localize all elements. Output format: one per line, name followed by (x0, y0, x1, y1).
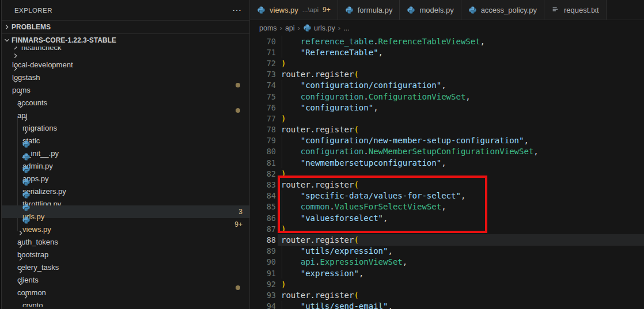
code-line-content: ) (276, 224, 286, 234)
line-number: 94 (250, 302, 276, 309)
tab-formula-py[interactable]: formula.py (338, 0, 400, 20)
line-number: 72 (250, 59, 276, 68)
explorer-sections: PROBLEMSFINMARS-CORE-1.22.3-STABLE (0, 20, 249, 47)
python-icon (257, 5, 266, 14)
code-token: router.register (281, 125, 354, 134)
code-token: , (461, 191, 465, 200)
code-line-76[interactable]: 76 "configuration", (250, 102, 644, 113)
python-icon (21, 190, 31, 200)
window-edge (0, 0, 2, 309)
code-token (281, 92, 301, 101)
code-line-88[interactable]: 88router.register( (250, 234, 644, 245)
code-line-70[interactable]: 70 reference_table.ReferenceTableViewSet… (250, 36, 644, 47)
code-token: router.register (281, 235, 354, 245)
code-token: , (441, 202, 446, 211)
chevron-right-icon (21, 115, 31, 124)
code-line-71[interactable]: 71 "ReferenceTable", (250, 47, 644, 58)
section-problems[interactable]: PROBLEMS (0, 20, 249, 33)
tab-views-py[interactable]: views.py...\api9+ (250, 0, 338, 20)
chevron-right-icon (21, 127, 31, 136)
python-icon (21, 165, 31, 174)
breadcrumb: poms›api›urls.py›... (250, 20, 644, 36)
sidebar-item-crypto[interactable]: crypto (0, 294, 249, 307)
breadcrumb-item--[interactable]: ... (343, 24, 349, 32)
code-token: "utils/send-email" (301, 302, 388, 309)
code-line-content: api.ExpressionViewSet, (276, 257, 407, 266)
code-line-77[interactable]: 77) (250, 113, 644, 124)
section-label: PROBLEMS (12, 23, 51, 31)
git-modified-dot-icon (236, 285, 240, 290)
code-token: . (363, 147, 368, 156)
tree-item-label: crypto (22, 301, 43, 307)
code-line-content: ) (276, 114, 286, 123)
code-line-87[interactable]: 87) (250, 223, 644, 234)
chevron-right-icon (16, 241, 25, 250)
code-line-72[interactable]: 72) (250, 58, 644, 68)
breadcrumb-separator: › (298, 24, 300, 32)
breadcrumb-item-api[interactable]: api (285, 24, 295, 32)
code-line-78[interactable]: 78router.register( (250, 124, 644, 135)
code-editor[interactable]: 70 reference_table.ReferenceTableViewSet… (250, 36, 644, 309)
code-line-82[interactable]: 82) (250, 168, 644, 179)
line-number: 83 (250, 180, 276, 189)
breadcrumb-item-poms[interactable]: poms (259, 24, 277, 32)
indent-guide (282, 47, 282, 58)
code-line-89[interactable]: 89 "utils/expression", (250, 246, 644, 257)
code-line-94[interactable]: 94 "utils/send-email", (250, 301, 644, 309)
code-token: "expression" (301, 269, 359, 278)
code-line-93[interactable]: 93router.register( (250, 289, 644, 300)
code-line-content: "configuration/configuration", (276, 81, 446, 90)
tab-access-policy-py[interactable]: access_policy.py (461, 0, 544, 20)
code-token: ( (354, 180, 358, 189)
code-token: "ReferenceTable" (301, 48, 378, 57)
section-finmars-core-1-22-3-stable[interactable]: FINMARS-CORE-1.22.3-STABLE (0, 33, 249, 47)
code-line-content: "valuesforselect", (276, 213, 388, 223)
code-line-content: ) (276, 169, 286, 178)
code-line-90[interactable]: 90 api.ExpressionViewSet, (250, 257, 644, 268)
line-number: 76 (250, 103, 276, 112)
code-token: ( (354, 291, 358, 300)
code-token: ) (281, 280, 286, 289)
code-line-81[interactable]: 81 "newmembersetupconfiguration", (250, 157, 644, 168)
code-line-content: "configuration", (276, 103, 378, 112)
code-line-content: reference_table.ReferenceTableViewSet, (276, 37, 485, 46)
tab-request-txt[interactable]: request.txt (544, 0, 607, 20)
explorer-sidebar: EXPLORER ⋯ PROBLEMSFINMARS-CORE-1.22.3-S… (0, 0, 249, 309)
code-token (281, 246, 301, 255)
line-number: 78 (250, 125, 276, 134)
code-line-74[interactable]: 74 "configuration/configuration", (250, 80, 644, 91)
code-line-content: "newmembersetupconfiguration", (276, 158, 446, 167)
code-line-84[interactable]: 84 "specific-data/values-for-select", (250, 190, 644, 201)
python-icon (468, 5, 478, 14)
tab-label: models.py (419, 6, 453, 14)
ellipsis-icon[interactable]: ⋯ (232, 7, 241, 13)
line-number: 74 (250, 81, 276, 90)
code-line-91[interactable]: 91 "expression", (250, 268, 644, 279)
code-line-75[interactable]: 75 configuration.ConfigurationViewSet, (250, 91, 644, 102)
code-line-80[interactable]: 80 configuration.NewMemberSetupConfigura… (250, 146, 644, 157)
sidebar-item-logstash[interactable]: logstash (0, 66, 249, 79)
code-line-92[interactable]: 92) (250, 279, 644, 289)
sidebar-item-accounts[interactable]: accounts (0, 91, 249, 104)
python-icon (407, 5, 416, 14)
code-line-83[interactable]: 83router.register( (250, 179, 644, 190)
code-token: , (533, 147, 538, 156)
line-number: 75 (250, 92, 276, 101)
indent-guide (282, 190, 282, 201)
code-line-content: "ReferenceTable", (276, 48, 383, 57)
chevron-down-icon (16, 279, 25, 288)
code-line-content: configuration.NewMemberSetupConfiguratio… (276, 147, 539, 156)
code-line-content: "utils/send-email", (276, 302, 393, 309)
line-number: 71 (250, 48, 276, 57)
code-line-85[interactable]: 85 common.ValuesForSelectViewSet, (250, 201, 644, 212)
indent-guide (282, 212, 282, 223)
chevron-right-icon (16, 254, 25, 263)
tab-models-py[interactable]: models.py (400, 0, 461, 20)
breadcrumb-item-urls-py[interactable]: urls.py (303, 24, 335, 32)
code-line-79[interactable]: 79 "configuration/new-member-setup-confi… (250, 135, 644, 146)
code-token: ( (354, 235, 358, 245)
code-line-86[interactable]: 86 "valuesforselect", (250, 212, 644, 223)
code-line-73[interactable]: 73router.register( (250, 69, 644, 80)
code-token: "specific-data/values-for-select" (301, 191, 461, 200)
line-number: 84 (250, 191, 276, 200)
